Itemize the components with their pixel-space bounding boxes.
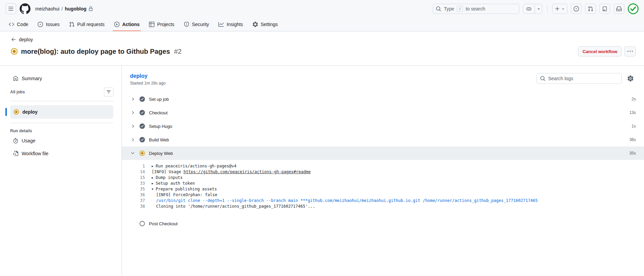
tab-pull-requests[interactable]: Pull requests — [66, 18, 108, 31]
log-link[interactable]: https://github.com/peaceiris/actions-gh-… — [184, 169, 311, 174]
tab-code[interactable]: Code — [5, 18, 31, 31]
sidebar-job-deploy[interactable]: deploy — [10, 105, 113, 119]
tab-security[interactable]: Security — [180, 18, 213, 31]
plus-icon — [555, 6, 560, 12]
run-header: deploy more(blog): auto deploy page to G… — [0, 31, 644, 66]
tab-insights[interactable]: Insights — [215, 18, 246, 31]
arrow-left-icon — [11, 37, 16, 42]
triangle-right-icon[interactable]: ▶ — [152, 181, 153, 186]
run-details-label: Run details — [10, 129, 113, 133]
pull-requests-button[interactable] — [585, 4, 596, 14]
log-line-number[interactable]: 37 — [130, 198, 145, 204]
log-line-number[interactable]: 15 — [130, 175, 145, 181]
search-icon — [540, 76, 545, 81]
issues-button[interactable] — [571, 4, 582, 14]
step-duration: 36s — [629, 137, 636, 142]
tab-issues[interactable]: Issues — [34, 18, 63, 31]
stopwatch-icon — [13, 138, 18, 143]
breadcrumb: meizhaohui / hugoblog — [35, 6, 93, 12]
log-line-number[interactable]: 1 — [130, 163, 145, 169]
sidebar-divider — [10, 123, 113, 123]
run-number: #2 — [174, 48, 181, 55]
log-search-input[interactable] — [548, 76, 618, 81]
job-title[interactable]: deploy — [130, 73, 166, 79]
hamburger-menu-button[interactable] — [5, 3, 16, 14]
log-text: Run peaceiris/actions-gh-pages@v4 — [156, 164, 236, 168]
issue-opened-icon — [574, 6, 579, 12]
step-name: Setup Hugo — [149, 124, 627, 129]
chevron-icon — [130, 110, 135, 115]
in-progress-icon — [139, 151, 145, 156]
run-sidebar: Summary All jobs deploy Run details Usag… — [0, 66, 122, 275]
log-line-number[interactable]: 38 — [130, 204, 145, 209]
step-row-deploy-web[interactable]: Deploy Web 35s — [122, 146, 644, 160]
log-line-number[interactable]: 36 — [130, 192, 145, 198]
inbox-button[interactable] — [614, 4, 624, 14]
check-circle-icon — [139, 110, 145, 115]
step-row-set-up-job[interactable]: Set up job 2s — [122, 92, 644, 106]
copilot-icon — [526, 6, 532, 12]
log-line: 1 ▶Run peaceiris/actions-gh-pages@v4 — [122, 163, 644, 169]
log-panel: deploy Started 1m 28s ago Set up job 2s … — [122, 66, 644, 275]
chevron-right-icon — [130, 137, 135, 142]
inbox-icon — [616, 6, 622, 12]
filter-jobs-button[interactable] — [104, 87, 113, 97]
log-text: Setup auth token — [156, 181, 195, 186]
triangle-down-icon[interactable]: ▼ — [152, 186, 153, 192]
triangle-right-icon[interactable]: ▶ — [152, 163, 153, 169]
log-text: Cloning into '/home/runner/actions_githu… — [156, 204, 315, 209]
log-line: 37 /usr/bin/git clone --depth=1 --single… — [122, 198, 644, 204]
create-new-button[interactable] — [552, 4, 567, 14]
usage-label: Usage — [22, 138, 35, 143]
copilot-button[interactable] — [523, 4, 535, 14]
tab-projects[interactable]: Projects — [146, 18, 178, 31]
sidebar-divider — [10, 101, 113, 101]
repo-name-link[interactable]: hugoblog — [65, 6, 87, 12]
chevron-right-icon — [130, 124, 135, 129]
issue-opened-icon — [38, 22, 43, 27]
projects-panel-button[interactable] — [599, 4, 610, 14]
chevron-down-icon — [130, 151, 135, 156]
workflow-file-label: Workflow file — [22, 151, 48, 156]
header-divider — [547, 5, 548, 12]
job-started-time: Started 1m 28s ago — [130, 81, 166, 86]
step-row-post-checkout[interactable]: Post Checkout — [122, 217, 644, 230]
search-icon — [436, 6, 441, 12]
step-duration: 1s — [631, 124, 636, 129]
step-name: Build Web — [149, 137, 625, 142]
log-line-number[interactable]: 14 — [130, 169, 145, 175]
sidebar-item-summary[interactable]: Summary — [10, 73, 113, 84]
log-settings-button[interactable] — [625, 73, 636, 84]
log-line-number[interactable]: 35 — [130, 186, 145, 192]
log-text: Dump inputs — [156, 175, 183, 180]
more-options-button[interactable] — [624, 46, 636, 56]
gear-icon — [627, 75, 634, 82]
queued-circle-icon — [139, 221, 145, 226]
check-circle-icon — [139, 137, 145, 142]
triangle-right-icon[interactable]: ▶ — [152, 175, 153, 181]
sidebar-item-workflow-file[interactable]: Workflow file — [10, 148, 113, 159]
sidebar-item-usage[interactable]: Usage — [10, 135, 113, 146]
repo-owner-link[interactable]: meizhaohui — [35, 6, 60, 12]
chevron-icon — [130, 124, 135, 129]
step-row-checkout[interactable]: Checkout 13s — [122, 106, 644, 119]
global-search-input[interactable]: Type / to search — [433, 4, 519, 14]
chevron-right-icon — [130, 97, 135, 101]
log-line-number[interactable]: 33 — [130, 181, 145, 186]
git-pull-request-icon — [69, 22, 74, 27]
chevron-down-icon — [536, 6, 541, 11]
github-logo-icon[interactable] — [20, 3, 30, 14]
back-to-workflow-link[interactable]: deploy — [11, 37, 33, 42]
step-duration: 2s — [631, 97, 636, 101]
cancel-workflow-button[interactable]: Cancel workflow — [578, 46, 622, 56]
copilot-dropdown-button[interactable] — [535, 4, 542, 14]
user-avatar[interactable] — [628, 3, 639, 14]
step-row-build-web[interactable]: Build Web 36s — [122, 133, 644, 146]
git-pull-request-icon — [588, 6, 593, 12]
tab-actions[interactable]: Actions — [111, 18, 143, 31]
tab-settings[interactable]: Settings — [249, 18, 281, 31]
run-title: more(blog): auto deploy page to Github P… — [21, 48, 170, 55]
step-row-setup-hugo[interactable]: Setup Hugo 1s — [122, 119, 644, 133]
log-output: 1 ▶Run peaceiris/actions-gh-pages@v4 14 … — [122, 160, 644, 217]
chevron-icon — [130, 151, 135, 156]
